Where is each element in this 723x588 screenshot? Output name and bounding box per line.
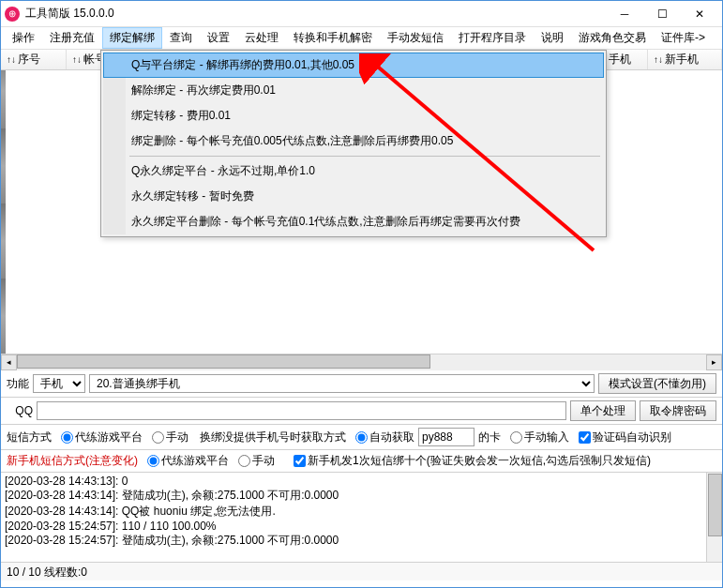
- menu-cert-lib[interactable]: 证件库->: [654, 27, 713, 49]
- single-process-button[interactable]: 单个处理: [570, 400, 636, 421]
- dropdown-separator: [129, 156, 600, 157]
- dd-perm-transfer[interactable]: 永久绑定转移 - 暂时免费: [103, 184, 604, 209]
- log-area[interactable]: [2020-03-28 14:43:13]: 0 [2020-03-28 14:…: [1, 472, 722, 562]
- menubar: 操作 注册充值 绑定解绑 查询 设置 云处理 转换和手机解密 手动发短信 打开程…: [1, 27, 722, 50]
- log-line: [2020-03-28 15:24:57]: 登陆成功(主), 余额:275.1…: [5, 533, 718, 549]
- scroll-track[interactable]: [17, 354, 706, 370]
- menu-manual-sms[interactable]: 手动发短信: [380, 27, 451, 49]
- log-line: [2020-03-28 14:43:13]: 0: [5, 475, 718, 488]
- mode-settings-button[interactable]: 模式设置(不懂勿用): [598, 373, 716, 394]
- dd-perm-delete[interactable]: 永久绑定平台删除 - 每个帐号充值0.1代练点数,注意删除后再绑定需要再次付费: [103, 209, 604, 234]
- scroll-right-button[interactable]: ▸: [706, 354, 722, 370]
- log-v-scrollbar[interactable]: [706, 473, 722, 562]
- newphone-opt-platform[interactable]: 代练游戏平台: [142, 453, 229, 469]
- dd-bind-transfer[interactable]: 绑定转移 - 费用0.01: [103, 103, 604, 128]
- menu-operation[interactable]: 操作: [5, 27, 42, 49]
- func-label: 功能: [7, 376, 29, 392]
- window-title: 工具简版 15.0.0.0: [25, 6, 606, 22]
- menu-query[interactable]: 查询: [162, 27, 200, 49]
- newphone-chk-once[interactable]: 新手机发1次短信绑十个(验证失败会发一次短信,勾选后强制只发短信): [288, 453, 651, 469]
- func-select-type[interactable]: 手机: [33, 374, 85, 393]
- func-select-action[interactable]: 20.普通换绑手机: [89, 374, 595, 393]
- sms-checkbox-captcha[interactable]: [579, 431, 591, 444]
- newphone-checkbox-once[interactable]: [294, 455, 306, 467]
- sms-radio-auto[interactable]: [355, 431, 368, 444]
- left-edge-strip: [1, 70, 6, 354]
- statusbar: 10 / 10 线程数:0: [1, 562, 722, 580]
- menu-game-trade[interactable]: 游戏角色交易: [571, 27, 654, 49]
- titlebar: ⊕ 工具简版 15.0.0.0 ─ ☐ ✕: [1, 1, 722, 27]
- close-button[interactable]: ✕: [681, 1, 718, 27]
- menu-open-dir[interactable]: 打开程序目录: [451, 27, 534, 49]
- minimize-button[interactable]: ─: [606, 1, 643, 27]
- sms-card-label: 的卡: [478, 430, 501, 445]
- menu-convert[interactable]: 转换和手机解密: [286, 27, 380, 49]
- col-seq[interactable]: ↑↓↑↓序号序号: [1, 50, 67, 69]
- menu-cloud[interactable]: 云处理: [237, 27, 286, 49]
- get-token-pwd-button[interactable]: 取令牌密码: [640, 400, 716, 421]
- qq-label: QQ: [7, 404, 33, 417]
- sms-opt-manual-input[interactable]: 手动输入: [505, 430, 569, 445]
- log-line: [2020-03-28 14:43:14]: QQ被 huoniu 绑定,您无法…: [5, 504, 718, 520]
- sms-card-input[interactable]: [418, 428, 474, 446]
- maximize-button[interactable]: ☐: [643, 1, 681, 27]
- dd-bind-delete[interactable]: 绑定删除 - 每个帐号充值0.005代练点数,注意删除后再绑费用0.05: [103, 128, 604, 154]
- sms-label: 短信方式: [7, 430, 52, 445]
- newphone-radio-platform[interactable]: [147, 455, 159, 467]
- sms-radio-platform[interactable]: [61, 431, 73, 444]
- menu-help[interactable]: 说明: [534, 27, 571, 49]
- log-line: [2020-03-28 14:43:14]: 登陆成功(主), 余额:275.1…: [5, 488, 718, 504]
- h-scrollbar[interactable]: ◂ ▸: [1, 354, 722, 369]
- menu-register[interactable]: 注册充值: [42, 27, 102, 49]
- dd-q-platform-bind[interactable]: Q与平台绑定 - 解绑再绑的费用0.01,其他0.05: [103, 53, 604, 78]
- qq-row: QQ 单个处理 取令牌密码: [1, 397, 722, 424]
- sms-radio-manual[interactable]: [152, 431, 164, 444]
- sms-opt-auto[interactable]: 自动获取: [350, 430, 414, 445]
- newphone-radio-manual[interactable]: [238, 455, 250, 467]
- qq-input[interactable]: [37, 401, 566, 420]
- menu-bind-unbind[interactable]: 绑定解绑: [102, 27, 162, 49]
- scroll-left-button[interactable]: ◂: [1, 354, 17, 370]
- status-text: 10 / 10 线程数:0: [7, 565, 87, 579]
- bind-unbind-dropdown: Q与平台绑定 - 解绑再绑的费用0.01,其他0.05 解除绑定 - 再次绑定费…: [100, 50, 607, 237]
- log-scroll-thumb[interactable]: [708, 474, 722, 536]
- sms-radio-manual-input[interactable]: [510, 431, 522, 444]
- function-row: 功能 手机 20.普通换绑手机 模式设置(不懂勿用): [1, 369, 722, 397]
- newphone-row: 新手机短信方式(注意变化) 代练游戏平台 手动 新手机发1次短信绑十个(验证失败…: [1, 449, 722, 472]
- sms-opt-platform[interactable]: 代练游戏平台: [55, 430, 143, 445]
- log-line: [2020-03-28 15:24:57]: 110 / 110 100.00%: [5, 520, 718, 533]
- menu-settings[interactable]: 设置: [200, 27, 237, 49]
- col-newphone[interactable]: ↑↓新手机: [648, 50, 722, 69]
- dd-q-perm-bind[interactable]: Q永久绑定平台 - 永远不过期,单价1.0: [103, 158, 604, 184]
- sms-row: 短信方式 代练游戏平台 手动 换绑没提供手机号时获取方式 自动获取 的卡 手动输…: [1, 424, 722, 449]
- newphone-opt-manual[interactable]: 手动: [233, 453, 275, 469]
- newphone-label: 新手机短信方式(注意变化): [7, 453, 138, 469]
- dd-unbind[interactable]: 解除绑定 - 再次绑定费用0.01: [103, 78, 604, 103]
- scroll-thumb[interactable]: [17, 354, 430, 369]
- sms-fetch-label: 换绑没提供手机号时获取方式: [200, 430, 346, 445]
- sms-chk-captcha[interactable]: 验证码自动识别: [573, 430, 671, 445]
- sms-opt-manual[interactable]: 手动: [146, 430, 188, 445]
- app-icon: ⊕: [5, 7, 20, 22]
